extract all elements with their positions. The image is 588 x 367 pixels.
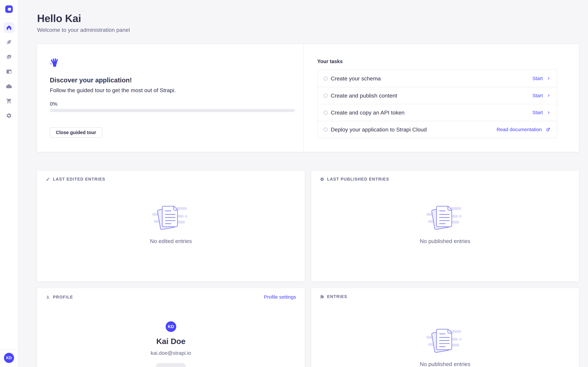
widget-title: LAST PUBLISHED ENTRIES — [327, 177, 389, 182]
documents-illustration — [426, 327, 464, 355]
guided-tour-title: Discover your application! — [50, 76, 303, 84]
widget-header: LAST EDITED ENTRIES — [37, 171, 305, 182]
wave-hand-icon — [50, 58, 59, 67]
widgets-row-1: LAST EDITED ENTRIES No edited entries LA… — [37, 171, 579, 282]
profile-body: KD Kai Doe kai.doe@strapi.io — [37, 300, 305, 367]
last-published-entries-widget: LAST PUBLISHED ENTRIES No published entr… — [311, 171, 579, 282]
sidebar-item-marketplace[interactable] — [4, 96, 14, 106]
empty-state: No edited entries — [37, 182, 305, 282]
media-library-images-icon — [6, 54, 12, 60]
progress-bar — [50, 109, 295, 112]
task-row: Deploy your application to Strapi Cloud … — [318, 121, 557, 138]
task-action-label: Start — [532, 93, 543, 98]
external-link-icon — [546, 127, 550, 132]
close-guided-tour-button[interactable]: Close guided tour — [50, 127, 102, 138]
task-label: Create and publish content — [331, 92, 397, 99]
sidebar-item-content-type-builder[interactable] — [4, 67, 14, 77]
widgets-row-2: PROFILE Profile settings KD Kai Doe kai.… — [37, 288, 579, 367]
task-action-label: Read documentation — [497, 127, 542, 132]
task-action-label: Start — [532, 110, 543, 115]
sidebar-item-deploy[interactable] — [4, 81, 14, 92]
task-start-link[interactable]: Start — [532, 76, 550, 81]
person-icon — [46, 295, 50, 299]
task-status-circle — [324, 128, 328, 132]
task-status-circle — [324, 111, 328, 115]
tasks-title: Your tasks — [317, 58, 579, 64]
empty-state: No published entries — [311, 182, 579, 282]
chevron-right-icon — [547, 94, 550, 97]
task-start-link[interactable]: Start — [532, 110, 550, 115]
task-row: Create and copy an API token Start — [318, 104, 557, 121]
empty-state: No published entries — [311, 299, 579, 367]
task-label: Deploy your application to Strapi Cloud — [331, 126, 427, 133]
widget-header: ENTRIES — [311, 288, 579, 299]
content-manager-feather-icon — [6, 39, 12, 45]
user-initials: KD — [6, 356, 12, 360]
task-row: Create your schema Start — [318, 70, 557, 87]
profile-email: kai.doe@strapi.io — [151, 350, 191, 356]
cloud-icon — [6, 83, 12, 89]
sidebar-item-settings[interactable] — [4, 110, 14, 121]
sidebar-nav — [0, 22, 18, 121]
task-row: Create and publish content Start — [318, 87, 557, 104]
check-circle-icon — [320, 177, 324, 181]
empty-state-text: No published entries — [420, 238, 470, 244]
widget-title: PROFILE — [53, 295, 73, 300]
task-status-circle — [324, 94, 328, 98]
task-label: Create and copy an API token — [331, 109, 405, 116]
strapi-logo[interactable] — [5, 5, 13, 13]
guided-tour-section: Discover your application! Follow the gu… — [37, 44, 579, 152]
last-edited-entries-widget: LAST EDITED ENTRIES No edited entries — [37, 171, 305, 282]
sidebar-item-content-manager[interactable] — [4, 37, 14, 48]
task-list: Create your schema Start Create and publ… — [317, 70, 557, 138]
widget-header: PROFILE Profile settings — [37, 288, 305, 300]
content-type-builder-layout-icon — [6, 69, 12, 75]
chevron-right-icon — [547, 77, 550, 80]
main-content: Hello Kai Welcome to your administration… — [18, 0, 588, 367]
profile-avatar: KD — [166, 321, 176, 332]
profile-role-badge — [156, 363, 186, 367]
chevron-right-icon — [547, 111, 550, 114]
task-start-link[interactable]: Start — [532, 93, 550, 98]
widget-header: LAST PUBLISHED ENTRIES — [311, 171, 579, 182]
profile-name: Kai Doe — [156, 337, 186, 346]
documents-illustration — [152, 205, 190, 232]
page-subtitle: Welcome to your administration panel — [37, 27, 579, 33]
profile-initials: KD — [168, 324, 174, 329]
profile-settings-link[interactable]: Profile settings — [264, 294, 296, 300]
strapi-logo-icon — [7, 7, 11, 12]
sidebar-item-home[interactable] — [4, 22, 14, 33]
empty-state-text: No published entries — [420, 361, 470, 367]
task-read-documentation-link[interactable]: Read documentation — [497, 127, 550, 132]
documents-illustration — [426, 205, 464, 232]
task-status-circle — [324, 76, 328, 81]
sidebar-item-media-library[interactable] — [4, 52, 14, 62]
tasks-card: Your tasks Create your schema Start Crea… — [304, 44, 579, 152]
widget-title: LAST EDITED ENTRIES — [53, 177, 105, 182]
user-menu-avatar[interactable]: KD — [4, 353, 14, 363]
sidebar-bottom-divider — [0, 349, 18, 349]
sidebar: KD — [0, 0, 18, 367]
task-action-label: Start — [532, 76, 543, 81]
puzzle-icon — [320, 295, 324, 299]
guided-tour-card: Discover your application! Follow the gu… — [37, 44, 304, 152]
pencil-icon — [46, 177, 50, 181]
widget-title: ENTRIES — [327, 294, 347, 299]
settings-gear-icon — [6, 113, 12, 119]
progress-label: 0% — [50, 101, 303, 107]
sidebar-divider — [0, 18, 18, 18]
empty-state-text: No edited entries — [150, 238, 192, 244]
page-title: Hello Kai — [37, 12, 579, 25]
home-icon — [6, 25, 12, 31]
entries-widget: ENTRIES No published entries — [311, 288, 579, 367]
profile-widget: PROFILE Profile settings KD Kai Doe kai.… — [37, 288, 305, 367]
task-label: Create your schema — [331, 75, 381, 82]
marketplace-cart-icon — [6, 98, 12, 104]
guided-tour-description: Follow the guided tour to get the most o… — [50, 87, 303, 93]
